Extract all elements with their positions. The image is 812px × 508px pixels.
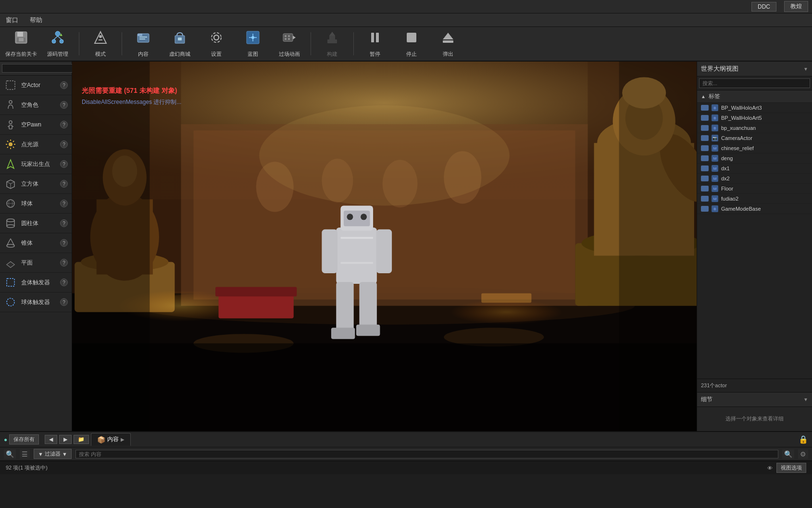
sidebar-item-point-light[interactable]: 点光源 ? — [0, 135, 72, 154]
outline-item-xuanchuan[interactable]: B bp_xuanchuan — [697, 123, 812, 133]
sidebar-item-sphere-trigger-help[interactable]: ? — [60, 298, 68, 306]
toolbar-stop-label: 停止 — [406, 51, 417, 58]
toolbar-stop[interactable]: 停止 — [394, 28, 429, 59]
outline-item-fudiao2[interactable]: M fudiao2 — [697, 194, 812, 204]
sidebar-item-point-light-help[interactable]: ? — [60, 140, 68, 148]
outline-item-deng[interactable]: M deng — [697, 153, 812, 164]
visibility-eye-icon[interactable] — [701, 145, 709, 151]
sidebar-search-input[interactable] — [2, 64, 73, 73]
content-tab[interactable]: 📦 内容 ▶ — [91, 433, 131, 446]
sidebar-item-player-start[interactable]: 玩家出生点 ? — [0, 154, 72, 174]
svg-rect-25 — [283, 34, 293, 41]
outline-search-input[interactable] — [699, 78, 810, 88]
sidebar-item-cylinder-help[interactable]: ? — [60, 219, 68, 227]
save-all-button[interactable]: 保存所有 — [9, 434, 39, 444]
filter-icon: ▼ — [38, 451, 43, 457]
svg-rect-38 — [443, 40, 453, 43]
outline-item-dx2[interactable]: M dx2 — [697, 174, 812, 184]
visibility-eye-icon[interactable] — [701, 165, 709, 171]
visibility-eye-icon[interactable] — [701, 105, 709, 111]
lock-button[interactable]: 🔒 — [799, 435, 808, 444]
visibility-eye-icon[interactable] — [701, 135, 709, 141]
svg-point-6 — [60, 39, 63, 43]
toolbar-eject[interactable]: 弹出 — [431, 28, 465, 59]
view-options-button[interactable]: 视图选项 — [776, 463, 806, 473]
outline-item-camera[interactable]: 📷 CameraActor — [697, 133, 812, 143]
svg-rect-102 — [322, 229, 337, 273]
toolbar-content[interactable]: 内容 — [126, 28, 161, 59]
detail-collapse-btn[interactable]: ▼ — [803, 397, 808, 402]
toolbar-source[interactable]: 源码管理 — [40, 28, 75, 59]
outline-collapse-btn[interactable]: ▼ — [803, 66, 808, 72]
content-search-button[interactable]: 🔍 — [782, 449, 794, 459]
viewport[interactable]: 光照需要重建 (571 未构建 对象) DisableAllScreenMess… — [72, 62, 697, 431]
outline-item-floor[interactable]: M Floor — [697, 184, 812, 194]
outline-item-dx1[interactable]: M dx1 — [697, 164, 812, 174]
sidebar-item-plane-help[interactable]: ? — [60, 259, 68, 267]
toolbar: 保存当前关卡 源码管理 模式 — [0, 27, 812, 62]
svg-point-40 — [9, 101, 12, 103]
sidebar-item-empty-actor-help[interactable]: ? — [60, 81, 68, 89]
menu-window[interactable]: 窗口 — [4, 15, 20, 25]
sidebar-item-sphere[interactable]: 球体 ? — [0, 194, 72, 214]
tag-chevron-icon: ▲ — [701, 94, 706, 99]
sidebar-item-empty-actor[interactable]: 空Actor ? — [0, 76, 72, 95]
sidebar-item-player-start-help[interactable]: ? — [60, 160, 68, 168]
toolbar-save[interactable]: 保存当前关卡 — [4, 28, 38, 59]
sidebar-item-box-trigger[interactable]: 盒体触发器 ? — [0, 273, 72, 292]
sidebar-item-empty-character[interactable]: 空角色 ? — [0, 95, 72, 115]
visibility-eye-icon[interactable] — [701, 196, 709, 202]
actor-name: fudiao2 — [721, 196, 808, 202]
pawn-icon — [4, 118, 17, 131]
toolbar-blueprint[interactable]: 蓝图 — [236, 28, 270, 59]
toolbar-settings[interactable]: 设置 — [199, 28, 234, 59]
visibility-eye-icon[interactable] — [701, 115, 709, 121]
player-start-icon — [4, 157, 17, 171]
filter-dropdown-button[interactable]: ▼ 过滤器 ▼ — [34, 449, 72, 459]
sidebar-item-plane[interactable]: 平面 ? — [0, 253, 72, 273]
dunhuang-button[interactable]: 教煌 — [784, 1, 808, 12]
svg-rect-12 — [99, 39, 102, 40]
sidebar-item-sphere-trigger[interactable]: 球体触发器 ? — [0, 292, 72, 312]
menu-help[interactable]: 帮助 — [28, 15, 44, 25]
content-search-icon-button[interactable]: 🔍 — [4, 449, 16, 459]
actor-list[interactable]: B BP_WallHoloArt3 B BP_WallHoloArt5 B bp… — [697, 103, 812, 379]
outline-item-wall-art3[interactable]: B BP_WallHoloArt3 — [697, 103, 812, 113]
plane-icon — [4, 256, 17, 269]
svg-point-19 — [214, 35, 219, 40]
toolbar-pause[interactable]: 暂停 — [358, 28, 392, 59]
visibility-eye-icon[interactable] — [701, 186, 709, 191]
outline-item-wall-art5[interactable]: B BP_WallHoloArt5 — [697, 113, 812, 123]
outline-item-gamemode[interactable]: B GameModeBase — [697, 204, 812, 214]
toolbar-mode[interactable]: 模式 — [83, 28, 118, 59]
visibility-eye-icon[interactable] — [701, 155, 709, 161]
ddc-button[interactable]: DDC — [751, 2, 776, 12]
svg-point-120 — [259, 105, 510, 205]
nav-forward-button[interactable]: ▶ — [59, 435, 72, 444]
content-grid-view-button[interactable]: ☰ — [20, 449, 30, 459]
blueprint-type-icon: B — [712, 104, 718, 111]
content-settings-button[interactable]: ⚙ — [798, 449, 808, 459]
actor-name: dx2 — [721, 176, 808, 181]
sidebar-item-cube-help[interactable]: ? — [60, 180, 68, 188]
sidebar-item-cube[interactable]: 立方体 ? — [0, 174, 72, 194]
toolbar-store[interactable]: 虚幻商城 — [162, 28, 197, 59]
visibility-eye-icon[interactable] — [701, 125, 709, 131]
content-search-input[interactable] — [75, 450, 778, 458]
sidebar-item-sphere-help[interactable]: ? — [60, 200, 68, 207]
sidebar-item-cylinder[interactable]: 圆柱体 ? — [0, 214, 72, 233]
visibility-eye-icon[interactable] — [701, 206, 709, 212]
sidebar-item-box-trigger-help[interactable]: ? — [60, 279, 68, 286]
nav-back-button[interactable]: ◀ — [45, 435, 57, 444]
sidebar-item-cone-help[interactable]: ? — [60, 239, 68, 247]
sidebar-item-cone[interactable]: 锥体 ? — [0, 233, 72, 253]
sidebar-item-pawn-help[interactable]: ? — [60, 121, 68, 128]
tag-row[interactable]: ▲ 标签 — [697, 90, 812, 103]
toolbar-cinematic[interactable]: 过场动画 — [272, 28, 307, 59]
folder-button[interactable]: 📁 — [74, 435, 89, 444]
visibility-eye-icon[interactable] — [701, 176, 709, 181]
sidebar-item-character-help[interactable]: ? — [60, 101, 68, 109]
sidebar-item-empty-pawn[interactable]: 空Pawn ? — [0, 115, 72, 135]
outline-item-chinese-relief[interactable]: M chinese_relief — [697, 143, 812, 153]
sidebar-item-sphere-label: 球体 — [21, 200, 56, 208]
